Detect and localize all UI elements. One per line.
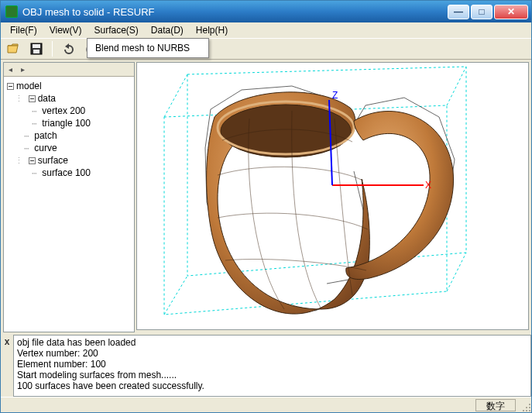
log-line: Element number: 100 — [17, 359, 527, 370]
axis-x-label: X — [425, 180, 431, 191]
tree-tab-left-arrow[interactable]: ◂ — [4, 63, 16, 76]
undo-button[interactable] — [60, 41, 76, 57]
horizontal-splitter[interactable] — [136, 330, 529, 332]
tree-node-triangle[interactable]: triangle 100 — [42, 118, 91, 129]
resize-grip[interactable] — [521, 402, 530, 411]
app-icon — [5, 5, 18, 18]
menu-view[interactable]: View(V) — [43, 23, 88, 37]
svg-rect-1 — [33, 44, 40, 48]
tree-node-surface[interactable]: surface — [38, 155, 68, 166]
log-output[interactable]: obj file data has been loaded Vertex num… — [13, 335, 531, 397]
tree-line: ⋯ — [32, 168, 42, 178]
tree-panel: ◂ ▸ model ⋮ data ⋯ vertex 200 ⋯ — [3, 62, 135, 332]
log-line: Start modeling surfaces from mesh...... — [17, 370, 527, 380]
save-button[interactable] — [29, 41, 44, 57]
status-ime: 数字 — [475, 399, 516, 411]
close-button[interactable]: ✕ — [494, 5, 528, 19]
minimize-button[interactable]: ― — [448, 5, 469, 19]
tree-node-surface100[interactable]: surface 100 — [42, 167, 91, 178]
tree-node-curve[interactable]: curve — [34, 143, 57, 153]
toolbar-separator — [52, 41, 53, 57]
expand-icon[interactable] — [29, 157, 36, 164]
menu-data[interactable]: Data(D) — [145, 23, 190, 37]
dropdown-blend-mesh[interactable]: Blend mesh to NURBS — [89, 40, 207, 56]
tree-node-patch[interactable]: patch — [34, 130, 57, 141]
tree-line: ⋯ — [32, 106, 42, 116]
tree-line: ⋯ — [24, 131, 34, 141]
log-line: 100 surfaces have been created successfu… — [17, 380, 527, 391]
svg-rect-2 — [33, 50, 39, 53]
tree-line: ⋯ — [24, 143, 34, 153]
tree-node-data[interactable]: data — [38, 93, 56, 104]
tree-line: ⋮ — [15, 156, 29, 166]
axis-z-label: Z — [332, 90, 338, 101]
log-line: obj file data has been loaded — [17, 337, 527, 348]
menu-surface[interactable]: Surface(S) — [88, 23, 144, 37]
menu-file[interactable]: File(F) — [4, 23, 43, 37]
expand-icon[interactable] — [7, 83, 14, 90]
open-button[interactable] — [5, 41, 21, 57]
expand-icon[interactable] — [29, 95, 36, 102]
tree-line: ⋮ — [15, 94, 29, 104]
tree-tab-right-arrow[interactable]: ▸ — [16, 63, 29, 76]
menu-help[interactable]: Help(H) — [190, 23, 234, 37]
tree-node-vertex[interactable]: vertex 200 — [42, 105, 85, 116]
3d-viewport[interactable]: X Z — [136, 62, 529, 330]
log-line: Vertex number: 200 — [17, 348, 527, 359]
maximize-button[interactable]: □ — [471, 5, 493, 19]
window-title: OBJ mesh to solid - RESURF — [22, 6, 155, 18]
tree-node-model[interactable]: model — [16, 81, 42, 91]
tree-line: ⋯ — [32, 119, 42, 129]
log-close-button[interactable]: x — [1, 335, 13, 397]
model-tree[interactable]: model ⋮ data ⋯ vertex 200 ⋯ triangle 100… — [4, 77, 134, 332]
surface-dropdown: Blend mesh to NURBS — [87, 38, 209, 58]
